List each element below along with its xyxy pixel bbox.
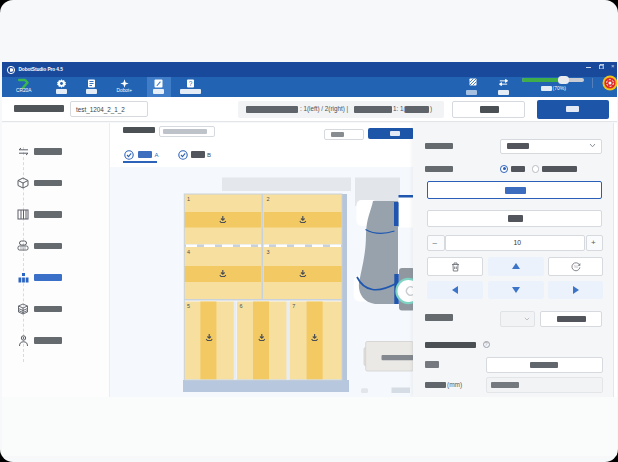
svg-text:3: 3 bbox=[266, 249, 269, 255]
svg-text:6: 6 bbox=[239, 303, 242, 309]
svg-text:2: 2 bbox=[266, 196, 269, 202]
svg-text:90: 90 bbox=[574, 265, 578, 269]
svg-text:1: 1 bbox=[187, 196, 190, 202]
svg-text:?: ? bbox=[189, 80, 193, 87]
svg-text:5: 5 bbox=[187, 303, 190, 309]
svg-text:4: 4 bbox=[187, 249, 190, 255]
svg-text:7: 7 bbox=[292, 303, 295, 309]
